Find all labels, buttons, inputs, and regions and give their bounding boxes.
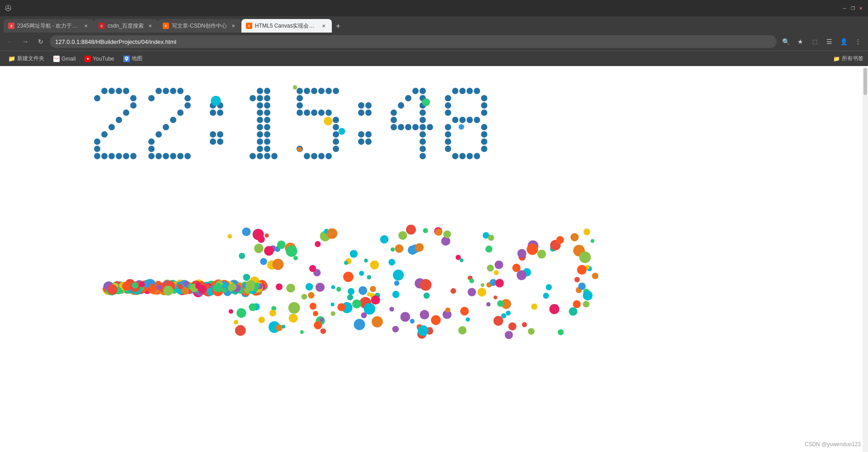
- tabs-bar: 2 2345网址导航 - 欢力于打造百… ✕ C csdn_百度搜索 ✕ C 写…: [0, 16, 868, 33]
- folder-right-icon: 📁: [833, 56, 840, 62]
- menu-icon[interactable]: ⋮: [852, 35, 864, 48]
- tab-canvas[interactable]: C HTML5 Canvas实现会跳舞的… ✕: [241, 19, 332, 33]
- tab-favicon-2345: 2: [8, 23, 14, 29]
- tab-close-2345[interactable]: ✕: [82, 22, 90, 29]
- close-button[interactable]: ✕: [857, 5, 864, 12]
- tab-csdn[interactable]: C csdn_百度搜索 ✕: [94, 19, 158, 33]
- tab-favicon-write: C: [163, 23, 169, 29]
- tab-close-csdn[interactable]: ✕: [146, 22, 154, 29]
- bookmark-maps[interactable]: 地图: [120, 53, 146, 64]
- svg-line-4: [6, 9, 7, 10]
- restore-button[interactable]: ❐: [849, 5, 856, 12]
- bookmarks-bar: 📁 新建文件夹 Gmail YouTube: [0, 51, 868, 66]
- extension-puzzle-icon[interactable]: ⬚: [808, 35, 821, 48]
- reload-button[interactable]: ↻: [34, 35, 47, 48]
- tab-favicon-canvas: C: [246, 23, 252, 29]
- gmail-favicon: [53, 56, 60, 62]
- svg-point-1: [7, 7, 9, 9]
- chrome-icon: [4, 4, 13, 13]
- bookmark-folder[interactable]: 📁 新建文件夹: [5, 53, 48, 64]
- address-bar: ← → ↻ 🔍 ★ ⬚ ☰ 👤 ⋮: [0, 33, 868, 51]
- bookmark-maps-label: 地图: [132, 55, 142, 62]
- bookmark-gmail-label: Gmail: [61, 56, 75, 62]
- address-icons: 🔍 ★ ⬚ ☰ 👤 ⋮: [779, 35, 864, 48]
- page-content: [0, 66, 868, 451]
- title-bar: ─ ❐ ✕: [0, 0, 868, 16]
- browser-chrome: ─ ❐ ✕ 2 2345网址导航 - 欢力于打造百… ✕ C csdn_百度搜索…: [0, 0, 868, 66]
- tab-title-write: 写文章-CSDN创作中心: [172, 22, 227, 30]
- window-buttons: ─ ❐ ✕: [841, 5, 864, 12]
- all-bookmarks-label: 所有书签: [842, 55, 863, 62]
- maps-favicon: [123, 56, 130, 62]
- attribution: CSDN @yuwenduo123: [805, 441, 861, 447]
- scrollbar-track: [863, 67, 868, 451]
- new-tab-button[interactable]: +: [332, 20, 344, 33]
- tab-close-write[interactable]: ✕: [230, 22, 237, 29]
- tab-title-csdn: csdn_百度搜索: [108, 22, 144, 30]
- address-input[interactable]: [50, 35, 777, 48]
- account-icon[interactable]: 👤: [837, 35, 850, 48]
- scrollbar-thumb[interactable]: [863, 68, 867, 95]
- youtube-favicon: [85, 56, 91, 62]
- bookmark-youtube-label: YouTube: [93, 56, 114, 62]
- tab-write[interactable]: C 写文章-CSDN创作中心 ✕: [158, 19, 241, 33]
- tab-favicon-csdn: C: [99, 23, 105, 29]
- folder-icon: 📁: [8, 55, 15, 62]
- bookmark-folder-label: 新建文件夹: [17, 55, 44, 62]
- tab-title-canvas: HTML5 Canvas实现会跳舞的…: [255, 22, 317, 30]
- tab-close-canvas[interactable]: ✕: [320, 22, 327, 29]
- tab-2345[interactable]: 2 2345网址导航 - 欢力于打造百… ✕: [4, 19, 94, 33]
- minimize-button[interactable]: ─: [841, 5, 848, 12]
- back-button[interactable]: ←: [4, 35, 16, 48]
- bookmarks-right[interactable]: 📁 所有书签: [833, 55, 863, 62]
- svg-line-3: [9, 9, 10, 10]
- bookmark-star-icon[interactable]: ★: [794, 35, 807, 48]
- tab-title-2345: 2345网址导航 - 欢力于打造百…: [17, 22, 80, 30]
- bookmark-youtube[interactable]: YouTube: [81, 54, 118, 63]
- bookmark-gmail[interactable]: Gmail: [50, 54, 79, 63]
- sidebar-toggle-icon[interactable]: ☰: [823, 35, 835, 48]
- clock-canvas: [9, 66, 859, 360]
- window-controls: [4, 4, 13, 13]
- forward-button[interactable]: →: [19, 35, 32, 48]
- svg-point-8: [126, 57, 127, 59]
- search-icon[interactable]: 🔍: [779, 35, 792, 48]
